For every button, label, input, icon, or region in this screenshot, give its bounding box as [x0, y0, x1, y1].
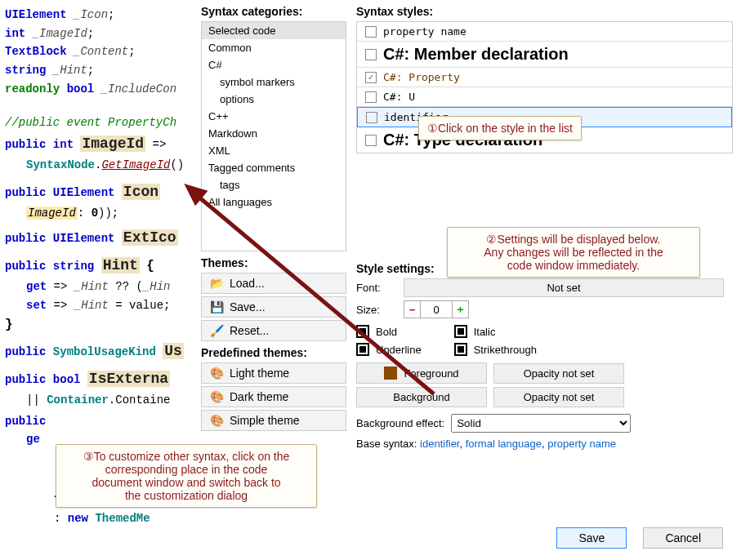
font-label: Font:	[356, 282, 397, 294]
category-item[interactable]: Tagged comments	[202, 159, 346, 176]
category-item[interactable]: Common	[202, 39, 346, 56]
font-picker-button[interactable]: Not set	[404, 278, 724, 297]
categories-heading: Syntax categories:	[201, 5, 346, 18]
load-theme-button[interactable]: 📂 Load...	[201, 273, 346, 294]
base-syntax-link[interactable]: formal language	[466, 438, 542, 450]
disk-icon: 💾	[210, 300, 223, 313]
base-syntax-link[interactable]: property name	[547, 438, 616, 450]
style-checkbox[interactable]	[365, 135, 377, 146]
predefined-theme-button[interactable]: 🎨Dark theme	[201, 386, 346, 407]
category-item[interactable]: options	[202, 91, 346, 108]
size-increase-button[interactable]: ＋	[452, 301, 468, 318]
base-syntax-link[interactable]: identifier	[420, 438, 459, 450]
predefined-theme-button[interactable]: 🎨Light theme	[201, 362, 346, 384]
category-item[interactable]: XML	[202, 142, 346, 159]
foreground-swatch	[384, 367, 397, 380]
category-item[interactable]: Markdown	[202, 125, 346, 142]
brush-icon: 🖌️	[210, 324, 223, 337]
style-row[interactable]: property name	[357, 22, 732, 42]
style-label: C#: U	[383, 91, 415, 103]
folder-icon: 📂	[210, 277, 223, 290]
size-stepper[interactable]: − 0 ＋	[404, 300, 469, 318]
base-syntax-text: Base syntax: identifier, formal language…	[356, 438, 724, 450]
styles-heading: Syntax styles:	[356, 5, 733, 18]
predefined-theme-button[interactable]: 🎨Simple theme	[201, 410, 346, 431]
category-item[interactable]: C++	[202, 108, 346, 125]
reset-theme-button[interactable]: 🖌️ Reset...	[201, 320, 346, 341]
category-item[interactable]: C#	[202, 56, 346, 73]
foreground-opacity-button[interactable]: Opacity not set	[493, 363, 624, 384]
size-decrease-button[interactable]: −	[404, 301, 421, 318]
palette-icon: 🎨	[210, 367, 223, 380]
background-color-button[interactable]: Background	[356, 387, 487, 407]
category-item[interactable]: All languages	[202, 193, 346, 211]
category-item[interactable]: symbol markers	[202, 73, 346, 91]
style-label: property name	[383, 25, 466, 38]
style-label: C#: Member declaration	[383, 45, 569, 64]
style-checkbox[interactable]	[365, 91, 377, 103]
background-opacity-button[interactable]: Opacity not set	[493, 387, 624, 407]
strikethrough-checkbox[interactable]: Strikethrough	[454, 343, 537, 356]
bg-effect-select[interactable]: Solid	[451, 414, 631, 433]
bg-effect-label: Background effect:	[356, 417, 444, 429]
style-checkbox[interactable]	[365, 26, 377, 38]
style-row[interactable]: C#: U	[357, 87, 732, 107]
style-checkbox[interactable]: ✓	[365, 72, 377, 83]
callout-step-1: ①Click on the style in the list	[418, 116, 582, 140]
style-checkbox[interactable]	[365, 49, 377, 60]
predefined-heading: Predefined themes:	[201, 346, 346, 359]
category-item[interactable]: Selected code	[202, 22, 346, 39]
size-label: Size:	[356, 304, 397, 316]
style-label: C#: Property	[383, 71, 460, 83]
style-checkbox[interactable]	[366, 112, 377, 123]
save-button[interactable]: Save	[556, 527, 627, 549]
palette-icon: 🎨	[210, 390, 223, 403]
size-value[interactable]: 0	[421, 304, 452, 316]
palette-icon: 🎨	[210, 414, 223, 427]
style-row[interactable]: C#: Member declaration	[357, 42, 732, 68]
callout-step-2: ②Settings will be displayed below. Any c…	[447, 227, 700, 278]
category-item[interactable]: tags	[202, 176, 346, 193]
callout-step-3: ③To customize other syntax, click on the…	[56, 444, 317, 508]
cancel-button[interactable]: Cancel	[643, 527, 723, 549]
italic-checkbox[interactable]: Italic	[454, 325, 537, 338]
style-row[interactable]: ✓C#: Property	[357, 68, 732, 87]
